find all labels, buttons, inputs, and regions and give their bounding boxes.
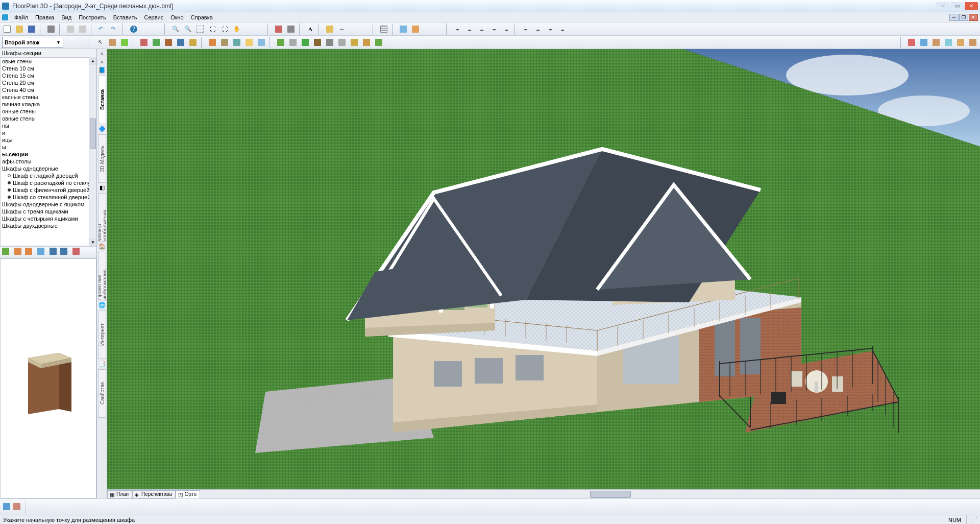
opening-tool[interactable] [151, 37, 161, 47]
align-center-button[interactable]: ⫠ [464, 24, 475, 34]
vtab-properties[interactable]: Свойства [98, 369, 106, 418]
viewport-3d[interactable]: ▦План ◈Перспектива ◳Орто [107, 49, 980, 498]
undo-button[interactable]: ↶ [97, 24, 107, 34]
catalog-item[interactable]: Шкафы двухдверные [1, 222, 96, 229]
menu-insert[interactable]: Вставить [110, 14, 140, 20]
orbit-tool[interactable] [919, 37, 929, 47]
pool-tool[interactable] [325, 37, 335, 47]
catalog-view-list[interactable] [50, 248, 59, 257]
catalog-action-1[interactable] [2, 248, 11, 257]
materials-button[interactable] [398, 24, 408, 34]
catalog-item[interactable]: Стена 20 см [1, 79, 96, 86]
home-tool[interactable] [968, 37, 978, 47]
ungroup-button[interactable]: ⫠ [557, 24, 568, 34]
wall-tool[interactable] [107, 37, 117, 47]
select-tool[interactable]: ↖ [95, 37, 105, 47]
catalog-item[interactable]: ицы [1, 136, 96, 144]
zoom-in-button[interactable]: 🔍 [170, 24, 181, 34]
mdi-restore-button[interactable]: ❐ [959, 14, 968, 21]
vtab-insert[interactable]: Вставка [98, 76, 106, 124]
catalog-item[interactable]: Стена 15 см [1, 72, 96, 79]
menu-help[interactable]: Справка [188, 14, 216, 20]
pan-button[interactable]: ✋ [232, 24, 242, 34]
ruler-button[interactable] [325, 24, 335, 34]
catalog-action-3[interactable] [25, 248, 34, 257]
hscroll-track[interactable] [208, 491, 972, 498]
catalog-item[interactable]: Шкафы однодверные [1, 165, 96, 172]
print3d-button[interactable] [286, 24, 296, 34]
scroll-up-button[interactable]: ▲ [89, 57, 96, 65]
column-tool[interactable] [176, 37, 186, 47]
catalog-view-icons[interactable] [72, 248, 82, 257]
scroll-down-button[interactable]: ▼ [89, 239, 96, 246]
catalog-action-4[interactable] [37, 248, 46, 257]
catalog-item[interactable]: Шкаф с филенчатой дверцей [1, 186, 96, 194]
terrain-tool[interactable] [276, 37, 286, 47]
door-tool[interactable] [119, 37, 130, 47]
catalog-list[interactable]: овые стеныСтена 10 смСтена 15 смСтена 20… [0, 57, 96, 246]
catalog-item[interactable]: овные стены [1, 115, 96, 122]
maximize-button[interactable]: ▭ [950, 2, 964, 10]
window-tool[interactable] [139, 37, 149, 47]
estimate-button[interactable] [3, 503, 10, 511]
catalog-item[interactable]: ы [1, 144, 96, 151]
close-button[interactable]: ✕ [965, 2, 978, 10]
region-tool[interactable] [361, 37, 372, 47]
dimension-button[interactable]: ↔ [337, 24, 347, 34]
menu-file[interactable]: Файл [11, 14, 31, 20]
vtab-3dmodel[interactable]: 3D-Модель [98, 134, 106, 183]
catalog-item[interactable]: Шкаф со стеклянной дверцей [1, 194, 96, 201]
menu-build[interactable]: Построить [76, 14, 109, 20]
catalog-item[interactable]: Шкафы с четырьмя ящиками [1, 215, 96, 222]
minimize-button[interactable]: ─ [936, 2, 949, 10]
catalog-item[interactable]: пичная кладка [1, 101, 96, 108]
furniture-list-button[interactable] [13, 503, 20, 511]
help-button[interactable]: ? [129, 24, 139, 34]
furniture-tool[interactable] [207, 37, 217, 47]
vtab-imagefilter[interactable]: Фильтр изображения [98, 193, 106, 242]
paste-button[interactable] [78, 24, 88, 34]
catalog-action-2[interactable] [14, 248, 23, 257]
walk-tool[interactable] [906, 37, 917, 47]
menu-view[interactable]: Вид [58, 14, 75, 20]
zoom-window-button[interactable] [195, 24, 205, 34]
zoom-all-button[interactable]: ⛶ [219, 24, 230, 34]
vtab-internet[interactable]: Интернет [98, 311, 106, 359]
catalog-view-tree[interactable] [60, 248, 69, 257]
align-left-button[interactable]: ⫟ [452, 24, 462, 34]
plant-tool[interactable] [300, 37, 310, 47]
floor-selector[interactable]: Второй этаж ▼ [2, 37, 63, 48]
path-tool[interactable] [288, 37, 298, 47]
catalog-item[interactable]: ны [1, 122, 96, 129]
menu-service[interactable]: Сервис [141, 14, 166, 20]
redo-button[interactable]: ↷ [109, 24, 119, 34]
catalog-item[interactable]: и [1, 129, 96, 136]
beam-tool[interactable] [188, 37, 198, 47]
mdi-close-button[interactable]: ✕ [969, 14, 978, 21]
scroll-thumb[interactable] [90, 118, 96, 149]
zoom-out-button[interactable]: 🔍 [183, 24, 193, 34]
look-tool[interactable] [931, 37, 941, 47]
catalog-item[interactable]: онные стены [1, 108, 96, 115]
render-button[interactable] [274, 24, 284, 34]
save-button[interactable] [27, 24, 37, 34]
catalog-item[interactable]: Стена 10 см [1, 65, 96, 72]
align-middle-button[interactable]: ⫠ [501, 24, 511, 34]
hscroll-thumb[interactable] [590, 491, 631, 498]
catalog-item[interactable]: овые стены [1, 58, 96, 65]
catalog-item[interactable]: афы-столы [1, 158, 96, 165]
deck-tool[interactable] [337, 37, 347, 47]
mdi-minimize-button[interactable]: ─ [949, 14, 959, 21]
menu-edit[interactable]: Правка [32, 14, 57, 20]
catalog-item[interactable]: Шкаф с гладкой дверцей [1, 172, 96, 179]
menu-window[interactable]: Окно [167, 14, 187, 20]
text-button[interactable]: A [305, 24, 315, 34]
catalog-item[interactable]: Стена 40 см [1, 86, 96, 93]
fence-tool[interactable] [312, 37, 323, 47]
ceiling-tool[interactable] [256, 37, 266, 47]
copy-button[interactable] [65, 24, 76, 34]
new-button[interactable] [2, 24, 12, 34]
distribute-h-button[interactable]: ⫟ [521, 24, 531, 34]
side-tabs-collapse[interactable]: « [99, 58, 106, 65]
resize-grip-icon[interactable]: ⋰ [966, 515, 977, 524]
